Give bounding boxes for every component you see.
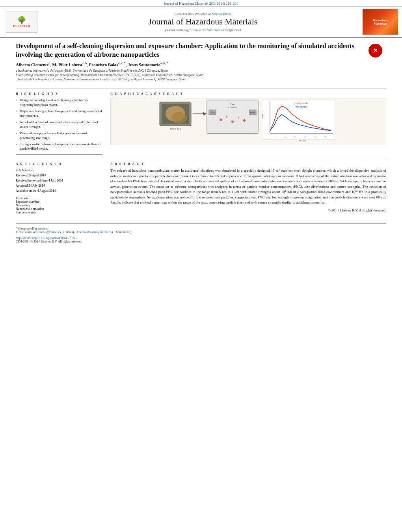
journal-header-middle: Contents lists available at ScienceDirec… (43, 12, 363, 32)
highlight-item-1: Design of an airtight and self-cleaning … (16, 98, 102, 108)
svg-point-17 (243, 119, 246, 122)
doi-section: http://dx.doi.org/10.1016/j.jhazmat.2014… (16, 236, 386, 243)
citation-text: Journal of Hazardous Materials 280 (2014… (164, 2, 238, 6)
homepage-prefix: journal homepage: (165, 28, 191, 32)
keyword-2: Nanosafety (16, 204, 102, 207)
svg-text:HEPA: HEPA (250, 112, 255, 114)
doi-copyright: 0304-3894/© 2014 Elsevier B.V. All right… (16, 240, 386, 243)
email-addresses-line: E-mail addresses: fbalas@unizar.es (F. B… (16, 230, 386, 234)
article-history-block: Article history: Received 29 April 2014 … (16, 168, 102, 193)
author-lobera: M. Pilar Lobera (52, 62, 82, 67)
journal-title: Journal of Hazardous Materials (43, 17, 363, 27)
highlights-divider (16, 154, 102, 155)
svg-text:Low-particle: Low-particle (296, 102, 308, 104)
affiliations-block: a Instituto de Nanociencia de Aragon (IN… (16, 69, 365, 82)
graphical-abstract-column: G R A P H I C A L A B S T R A C T Silica… (110, 92, 386, 155)
svg-text:Silica Bio: Silica Bio (170, 127, 181, 130)
available-online: Available online 4 August 2014 (16, 189, 102, 194)
abstract-label: A B S T R A C T (110, 162, 386, 166)
svg-point-16 (238, 117, 239, 119)
email-label: E-mail addresses: (16, 230, 39, 234)
highlight-item-3: Accidental release of nanosized silica a… (16, 120, 102, 130)
keyword-4: Source strength (16, 211, 102, 214)
article-title-section: Development of a self-cleaning dispersio… (16, 42, 386, 85)
authors-line: Alberto Clementea, M. Pilar Loberaa, b, … (16, 61, 365, 67)
elsevier-logo-image: 🌳 ELSEVIER (6, 11, 37, 33)
highlights-label: H I G H L I G H T S (16, 92, 102, 96)
sciencedirect-link[interactable]: ScienceDirect (212, 12, 231, 16)
highlights-column: H I G H L I G H T S Design of an airtigh… (16, 92, 102, 155)
footnotes-section: * Corresponding authors. E-mail addresse… (16, 223, 386, 234)
contents-available-line: Contents lists available at ScienceDirec… (43, 12, 363, 16)
contents-text: Contents lists available at (175, 12, 211, 16)
affiliation-b: b Networking Research Centre for Bioengi… (16, 73, 365, 77)
received-revised: Received in revised form 4 July 2014 (16, 178, 102, 184)
history-label: Article history: (16, 168, 102, 173)
crossmark-icon: ✕ (368, 44, 382, 57)
abstract-body: The release of hazardous nanoparticulate… (110, 168, 386, 213)
keyword-3: Nanoparticle emission (16, 207, 102, 211)
article-info-label: A R T I C L E I N F O (16, 162, 102, 166)
accepted-date: Accepted 24 July 2014 (16, 184, 102, 189)
svg-text:HEPA: HEPA (210, 112, 215, 114)
svg-text:15 m: 15 m (230, 103, 236, 106)
email-balas-link[interactable]: fbalas@unizar.es (39, 230, 61, 234)
article-title-block: Development of a self-cleaning dispersio… (16, 42, 365, 83)
graphical-abstract-svg: Silica Bio 15 m Chamber HEPA (111, 98, 386, 145)
affiliation-a: a Instituto de Nanociencia de Aragon (IN… (16, 69, 365, 73)
graphical-abstract-label: G R A P H I C A L A B S T R A C T (110, 92, 386, 96)
cover-text: HazardousMaterials (373, 19, 387, 26)
svg-point-15 (231, 120, 234, 123)
email-balas-name: (F. Balas), (61, 230, 74, 234)
email-santamaria-name: (J. Santamaria). (112, 230, 132, 234)
highlight-item-2: Dispersion testing in both low-particle … (16, 109, 102, 119)
abstract-column: A B S T R A C T The release of hazardous… (110, 162, 386, 215)
abstract-copyright: © 2014 Elsevier B.V. All rights reserved… (110, 208, 386, 213)
doi-link[interactable]: http://dx.doi.org/10.1016/j.jhazmat.2014… (16, 236, 76, 240)
corresponding-authors-note: * Corresponding authors. (16, 227, 386, 230)
crossmark-section: ✕ (368, 42, 386, 83)
svg-text:Time (h): Time (h) (298, 139, 306, 142)
svg-text:3: 3 (295, 135, 296, 138)
svg-point-14 (226, 116, 227, 118)
keywords-section: Keywords: Exposure chamber Nanosafety Na… (16, 196, 102, 214)
highlights-graphical-section: H I G H L I G H T S Design of an airtigh… (16, 89, 386, 155)
highlight-item-4: Released nanoparticles reached a peak in… (16, 131, 102, 141)
svg-text:2: 2 (285, 135, 287, 138)
article-info-column: A R T I C L E I N F O Article history: R… (16, 162, 102, 215)
article-info-abstract-section: A R T I C L E I N F O Article history: R… (16, 159, 386, 215)
svg-point-13 (220, 119, 222, 121)
email-santamaria-link[interactable]: JesusSantamaria@unizar.es (76, 230, 111, 234)
svg-text:6: 6 (325, 135, 326, 138)
affiliation-c: c Instituto de Carboquímica–Consejo Supe… (16, 77, 365, 82)
elsevier-tree-icon: 🌳 (17, 17, 26, 24)
svg-text:1: 1 (275, 135, 277, 138)
svg-text:Background: Background (296, 106, 307, 108)
author-balas: Francisco Balas (89, 62, 118, 67)
homepage-line: journal homepage: www.elsevier.com/locat… (43, 28, 363, 32)
svg-text:PNC: PNC (261, 113, 264, 118)
article-title: Development of a self-cleaning dispersio… (16, 42, 365, 59)
doi-url-line: http://dx.doi.org/10.1016/j.jhazmat.2014… (16, 236, 386, 240)
svg-text:4: 4 (305, 135, 306, 138)
received-1: Received 29 April 2014 (16, 173, 102, 178)
journal-cover-image: HazardousMaterials (363, 9, 398, 35)
author-clemente: Alberto Clemente (16, 62, 48, 67)
homepage-link[interactable]: www.elsevier.com/locate/jhazmat (194, 28, 241, 32)
elsevier-brand-text: ELSEVIER (13, 24, 30, 28)
svg-text:5: 5 (315, 135, 316, 138)
abstract-paragraph: The release of hazardous nanoparticulate… (110, 168, 386, 206)
highlight-item-5: Stronger matter release in low-particle … (16, 142, 102, 152)
svg-text:Chamber: Chamber (228, 106, 237, 109)
highlights-list: Design of an airtight and self-cleaning … (16, 98, 102, 151)
svg-point-3 (171, 112, 187, 124)
journal-header: 🌳 ELSEVIER Contents lists available at S… (0, 7, 402, 38)
graphical-abstract-image: Silica Bio 15 m Chamber HEPA (110, 98, 386, 145)
author-santamaria: Jesus Santamaria (128, 62, 160, 67)
journal-citation: Journal of Hazardous Materials 280 (2014… (0, 0, 402, 7)
keywords-label: Keywords: (16, 196, 102, 200)
keyword-1: Exposure chamber (16, 200, 102, 204)
main-content: Development of a self-cleaning dispersio… (0, 38, 402, 247)
elsevier-logo: 🌳 ELSEVIER (4, 11, 39, 33)
